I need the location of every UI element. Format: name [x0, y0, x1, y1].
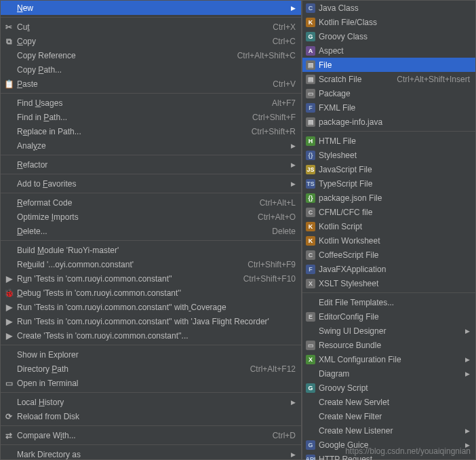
left-menu-item[interactable]: ▭Open in Terminal [1, 376, 301, 390]
left-menu-item[interactable]: Build Module 'RuoYi-master' [1, 243, 301, 257]
left-menu-item[interactable]: Delete...Delete [1, 224, 301, 238]
menu-item-label: Stylesheet [319, 151, 470, 160]
right-menu-item[interactable]: Create New Filter [302, 409, 475, 423]
menu-item-label: Create 'Tests in 'com.ruoyi.common.const… [17, 331, 296, 341]
menu-item-label: Scratch File [319, 75, 390, 84]
left-menu-item[interactable]: Optimize ImportsCtrl+Alt+O [1, 210, 301, 224]
menu-item-label: Run 'Tests in 'com.ruoyi.common.constant… [17, 317, 296, 326]
context-menu-main[interactable]: New▶✂CutCtrl+X⧉CopyCtrl+CCopy ReferenceC… [0, 0, 302, 460]
blank-icon [3, 349, 14, 360]
menu-separator [1, 345, 301, 345]
blank-icon [3, 212, 14, 223]
right-menu-item[interactable]: CCFML/CFC file [302, 205, 475, 219]
left-menu-item[interactable]: Rebuild '...oyi.common.constant'Ctrl+Shi… [1, 257, 301, 271]
right-menu-item[interactable]: FFXML File [302, 100, 475, 115]
right-menu-item[interactable]: GGoogle Guice▶ [302, 438, 475, 452]
menu-item-label: Cut [17, 22, 266, 32]
menu-item-label: Add to Favorites [17, 179, 287, 189]
left-menu-item[interactable]: ⧉CopyCtrl+C [1, 34, 301, 48]
left-menu-item[interactable]: Copy Path... [1, 62, 301, 77]
blank-icon [3, 397, 14, 408]
menu-item-label: Find in Path... [17, 113, 245, 122]
blank-icon [3, 159, 14, 170]
menu-shortcut: Ctrl+Shift+F [252, 113, 296, 122]
blank-icon [305, 297, 316, 308]
left-menu-item[interactable]: Replace in Path...Ctrl+Shift+R [1, 124, 301, 138]
right-menu-item[interactable]: AAspect [302, 43, 475, 58]
js-icon: JS [305, 164, 316, 175]
blank-icon [3, 226, 14, 237]
left-menu-item[interactable]: Find UsagesAlt+F7 [1, 96, 301, 110]
right-menu-item[interactable]: KKotlin Worksheet [302, 233, 475, 248]
left-menu-item[interactable]: ⇄Compare With...Ctrl+D [1, 428, 301, 442]
right-menu-item[interactable]: ▤Scratch FileCtrl+Alt+Shift+Insert [302, 72, 475, 86]
left-menu-item[interactable]: 📋PasteCtrl+V [1, 77, 301, 91]
right-menu-item[interactable]: ▭Package [302, 86, 475, 100]
left-menu-item[interactable]: New▶ [1, 1, 301, 15]
menu-item-label: Edit File Templates... [319, 298, 470, 307]
menu-separator [1, 155, 301, 155]
right-menu-item[interactable]: FJavaFXApplication [302, 262, 475, 276]
menu-shortcut: Ctrl+D [273, 431, 296, 440]
left-menu-item[interactable]: ⟳Reload from Disk [1, 409, 301, 423]
left-menu-item[interactable]: ✂CutCtrl+X [1, 20, 301, 34]
menu-separator [1, 193, 301, 193]
left-menu-item[interactable]: ▶Create 'Tests in 'com.ruoyi.common.cons… [1, 328, 301, 343]
left-menu-item[interactable]: Find in Path...Ctrl+Shift+F [1, 110, 301, 124]
right-menu-item[interactable]: ▤File [302, 58, 475, 72]
fx-icon: F [305, 264, 316, 275]
menu-shortcut: Delete [272, 227, 296, 236]
left-menu-item[interactable]: Local History▶ [1, 395, 301, 409]
right-menu-item[interactable]: ▤package-info.java [302, 115, 475, 129]
context-menu-new-submenu[interactable]: CJava ClassKKotlin File/ClassGGroovy Cla… [302, 0, 476, 460]
left-menu-item[interactable]: ▶Run 'Tests in 'com.ruoyi.common.constan… [1, 300, 301, 314]
left-menu-item[interactable]: ▶Run 'Tests in 'com.ruoyi.common.constan… [1, 314, 301, 328]
right-menu-item[interactable]: HHTML File [302, 134, 475, 148]
right-menu-item[interactable]: EEditorConfig File [302, 309, 475, 324]
edconf-icon: E [305, 311, 316, 322]
right-menu-item[interactable]: ▭Resource Bundle [302, 338, 475, 352]
menu-item-label: Kotlin Script [319, 222, 470, 231]
right-menu-item[interactable]: CCoffeeScript File [302, 248, 475, 262]
blank-icon [305, 397, 316, 408]
right-menu-item[interactable]: Swing UI Designer▶ [302, 324, 475, 338]
file-icon: ▤ [305, 60, 316, 71]
left-menu-item[interactable]: Mark Directory as▶ [1, 447, 301, 460]
right-menu-item[interactable]: GGroovy Script [302, 381, 475, 395]
blank-icon [3, 259, 14, 270]
left-menu-item[interactable]: ▶Run 'Tests in 'com.ruoyi.common.constan… [1, 271, 301, 286]
right-menu-item[interactable]: XXSLT Stylesheet [302, 276, 475, 290]
left-menu-item[interactable]: Copy ReferenceCtrl+Alt+Shift+C [1, 48, 301, 62]
right-menu-item[interactable]: Create New Listener▶ [302, 423, 475, 438]
left-menu-item[interactable]: Analyze▶ [1, 138, 301, 153]
right-menu-item[interactable]: KKotlin File/Class [302, 15, 475, 29]
ktw-icon: K [305, 235, 316, 246]
left-menu-item[interactable]: Directory PathCtrl+Alt+F12 [1, 362, 301, 376]
right-menu-item[interactable]: {}package.json File [302, 191, 475, 205]
left-menu-item[interactable]: Add to Favorites▶ [1, 176, 301, 191]
left-menu-item[interactable]: 🐞Debug 'Tests in 'com.ruoyi.common.const… [1, 286, 301, 300]
right-menu-item[interactable]: Diagram▶ [302, 366, 475, 381]
menu-item-label: Local History [17, 398, 287, 407]
menu-item-label: Create New Servlet [319, 398, 470, 407]
menu-item-label: Kotlin File/Class [319, 18, 470, 27]
menu-separator [1, 93, 301, 94]
scratch-icon: ▤ [305, 74, 316, 85]
left-menu-item[interactable]: Show in Explorer [1, 347, 301, 362]
right-menu-item[interactable]: JSJavaScript File [302, 162, 475, 176]
right-menu-item[interactable]: {}Stylesheet [302, 148, 475, 162]
blank-icon [3, 126, 14, 137]
right-menu-item[interactable]: XXML Configuration File▶ [302, 352, 475, 366]
right-menu-item[interactable]: TSTypeScript File [302, 176, 475, 191]
coverage-icon: ▶ [3, 302, 14, 313]
right-menu-item[interactable]: Edit File Templates... [302, 295, 475, 309]
left-menu-item[interactable]: Reformat CodeCtrl+Alt+L [1, 195, 301, 210]
right-menu-item[interactable]: Create New Servlet [302, 395, 475, 409]
left-menu-item[interactable]: Refactor▶ [1, 157, 301, 172]
right-menu-item[interactable]: CJava Class [302, 1, 475, 15]
right-menu-item[interactable]: GGroovy Class [302, 29, 475, 43]
menu-item-label: Optimize Imports [17, 212, 251, 222]
menu-item-label: CFML/CFC file [319, 208, 470, 217]
right-menu-item[interactable]: KKotlin Script [302, 219, 475, 233]
right-menu-item[interactable]: APIHTTP Request [302, 452, 475, 460]
